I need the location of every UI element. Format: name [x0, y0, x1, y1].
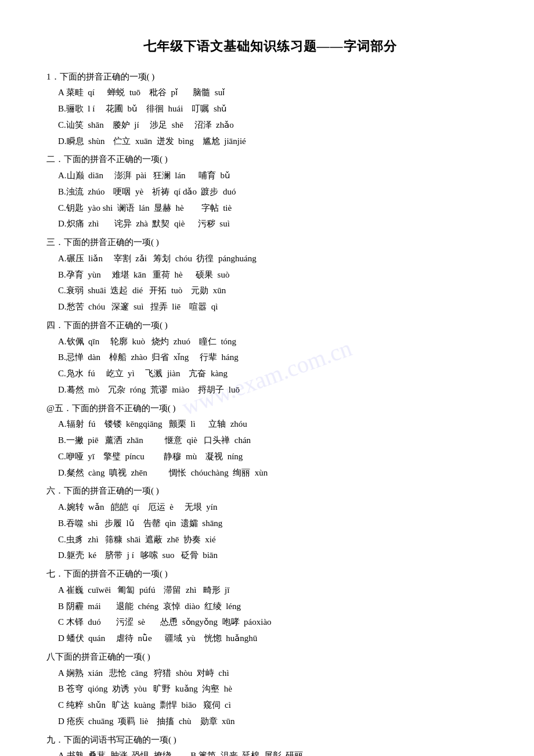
option-q7-3: D 蟠伏 quán 虐待 nǜe 疆域 yù 恍惚 huǎnghū: [46, 631, 493, 647]
page-title: 七年级下语文基础知识练习题——字词部分: [46, 35, 493, 59]
option-q7-1: B 阴霾 mái 退能 chéng 哀悼 diào 红绫 léng: [46, 599, 493, 615]
option-q7-0: A 崔巍 cuīwēi 匍匐 púfú 滞留 zhì 畸形 jī: [46, 582, 493, 599]
option-q1-1: B.骊歌 l í 花圃 bǔ 徘徊 huái 叮嘱 shǔ: [46, 101, 493, 117]
option-q2-0: A.山巅 diān 澎湃 pài 狂澜 lán 哺育 bǔ: [46, 168, 493, 184]
option-q8-1: B 苍穹 qióng 劝诱 yòu 旷野 kuǎng 沟壑 hè: [46, 681, 493, 697]
section-q8: 八下面的拼音正确的一项( )A 娴熟 xián 悲怆 cāng 狩猎 shòu …: [46, 649, 493, 730]
section-header-q9: 九．下面的词语书写正确的一项( ): [46, 732, 493, 748]
option-q6-0: A.婉转 wǎn 皑皑 qí 厄运 è 无垠 yín: [46, 499, 493, 516]
section-header-q4: 四．下面的拼音不正确的一项( ): [46, 318, 493, 334]
section-header-q7: 七．下面的拼音不正确的一项( ): [46, 566, 493, 582]
section-header-q3: 三．下面的拼音正确的一项( ): [46, 235, 493, 251]
option-q6-1: B.吞噬 shì 步履 lǔ 告罄 qìn 遗孀 shāng: [46, 516, 493, 532]
option-q3-3: D.愁苦 chóu 深邃 suì 捏弄 liē 喧嚣 qì: [46, 299, 493, 315]
option-q7-2: C 木铎 duó 污涩 sè 怂恿 sǒngyǒng 咆哮 páoxiào: [46, 614, 493, 631]
option-q2-3: D.炽痛 zhì 诧异 zhà 默契 qiè 污秽 suì: [46, 216, 493, 232]
section-header-q5: @五．下面的拼音不正确的一项( ): [46, 401, 493, 417]
section-q2: 二．下面的拼音不正确的一项( )A.山巅 diān 澎湃 pài 狂澜 lán …: [46, 152, 493, 232]
section-header-q2: 二．下面的拼音不正确的一项( ): [46, 152, 493, 168]
option-q3-0: A.碾压 liǎn 宰割 zǎi 筹划 chóu 彷徨 pánghuáng: [46, 251, 493, 267]
option-q1-2: C.讪笑 shān 媵妒 jí 涉足 shē 沼泽 zhǎo: [46, 117, 493, 134]
section-q1: 1．下面的拼音正确的一项( )A 菜畦 qí 蝉蜕 tuō 秕谷 pǐ 脑髓 s…: [46, 69, 493, 150]
section-header-q8: 八下面的拼音正确的一项( ): [46, 649, 493, 665]
section-header-q6: 六．下面的拼音正确的一项( ): [46, 483, 493, 499]
option-q1-0: A 菜畦 qí 蝉蜕 tuō 秕谷 pǐ 脑髓 suǐ: [46, 85, 493, 101]
section-header-q1: 1．下面的拼音正确的一项( ): [46, 69, 493, 85]
option-q4-2: C.凫水 fú 屹立 yì 飞溅 jiàn 亢奋 kàng: [46, 366, 493, 382]
sections-container: 1．下面的拼音正确的一项( )A 菜畦 qí 蝉蜕 tuō 秕谷 pǐ 脑髓 s…: [46, 69, 493, 756]
section-q7: 七．下面的拼音不正确的一项( )A 崔巍 cuīwēi 匍匐 púfú 滞留 z…: [46, 566, 493, 647]
option-q6-3: D.躯壳 ké 脐带 j í 哆嗦 suo 砭骨 biān: [46, 548, 493, 564]
section-q4: 四．下面的拼音不正确的一项( )A.钦佩 qīn 轮廓 kuò 烧灼 zhuó …: [46, 318, 493, 398]
section-q5: @五．下面的拼音不正确的一项( )A.辐射 fú 镂镂 kēngqiāng 颤栗…: [46, 401, 493, 481]
option-q4-3: D.蓦然 mò 冗杂 róng 荒谬 miào 捋胡子 luō: [46, 382, 493, 398]
option-q5-0: A.辐射 fú 镂镂 kēngqiāng 颤栗 lì 立轴 zhóu: [46, 416, 493, 433]
option-q1-3: D.瞬息 shùn 伫立 xuān 迸发 bìng 尴尬 jiānjié: [46, 134, 493, 150]
option-q8-2: C 纯粹 shǔn 旷达 kuàng 剽悍 biāo 窥伺 cì: [46, 697, 493, 714]
option-q9-0: A.书熟 桑葚 肿涨 恐惧 撩绕 B.篱笆 沮丧 延棉 屏彰 研丽: [46, 748, 493, 756]
option-q2-2: C.钥匙 yào shi 谰语 lán 显赫 hè 字帖 tiè: [46, 200, 493, 217]
option-q4-0: A.钦佩 qīn 轮廓 kuò 烧灼 zhuó 瞳仁 tóng: [46, 334, 493, 350]
option-q5-2: C.咿哑 yī 擎璧 píncu 静穆 mù 凝视 níng: [46, 449, 493, 465]
option-q8-0: A 娴熟 xián 悲怆 cāng 狩猎 shòu 对峙 chì: [46, 665, 493, 682]
option-q3-2: C.衰弱 shuāi 迭起 dié 开拓 tuò 元勋 xūn: [46, 283, 493, 299]
option-q2-1: B.浊流 zhúo 哽咽 yè 祈祷 qí dǎo 踱步 duó: [46, 184, 493, 200]
option-q5-3: D.粲然 càng 嗔视 zhēn 惆怅 chóuchàng 绚丽 xùn: [46, 465, 493, 481]
option-q3-1: B.孕育 yùn 难堪 kān 重荷 hè 硕果 suò: [46, 267, 493, 283]
option-q6-2: C.虫豸 zhì 筛糠 shāi 遮蔽 zhē 协奏 xié: [46, 532, 493, 548]
section-q3: 三．下面的拼音正确的一项( )A.碾压 liǎn 宰割 zǎi 筹划 chóu …: [46, 235, 493, 315]
section-q9: 九．下面的词语书写正确的一项( )A.书熟 桑葚 肿涨 恐惧 撩绕 B.篱笆 沮…: [46, 732, 493, 756]
option-q8-3: D 疮疾 chuāng 项羁 liè 抽搐 chù 勋章 xūn: [46, 714, 493, 730]
option-q4-1: B.忌惮 dàn 棹船 zhào 归省 xǐng 行辈 háng: [46, 350, 493, 366]
section-q6: 六．下面的拼音正确的一项( )A.婉转 wǎn 皑皑 qí 厄运 è 无垠 yí…: [46, 483, 493, 564]
option-q5-1: B.一撇 piē 薰洒 zhān 惬意 qiè 口头禅 chán: [46, 433, 493, 449]
